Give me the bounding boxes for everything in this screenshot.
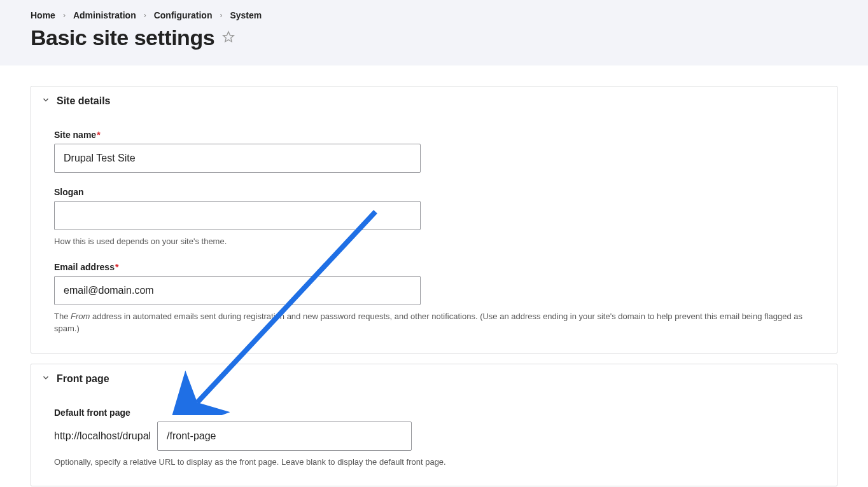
email-description: The From address in automated emails sen…: [54, 310, 814, 335]
breadcrumb-administration[interactable]: Administration: [73, 10, 136, 20]
panel-front-page: Front page Default front page http://loc…: [31, 364, 837, 487]
front-page-url-prefix: http://localhost/drupal: [54, 430, 151, 442]
panel-title: Front page: [57, 373, 109, 385]
required-mark: *: [97, 130, 100, 140]
panel-heading-front-page[interactable]: Front page: [31, 364, 837, 390]
site-name-label: Site name*: [54, 130, 814, 140]
breadcrumb-configuration[interactable]: Configuration: [154, 10, 213, 20]
panel-heading-site-details[interactable]: Site details: [31, 86, 837, 112]
slogan-input[interactable]: [54, 201, 421, 230]
slogan-description: How this is used depends on your site's …: [54, 235, 814, 248]
chevron-right-icon: ›: [63, 11, 66, 20]
email-label: Email address*: [54, 262, 814, 272]
page-title: Basic site settings: [31, 25, 214, 50]
default-front-page-label: Default front page: [54, 408, 814, 418]
chevron-down-icon: [41, 95, 50, 107]
front-page-description: Optionally, specify a relative URL to di…: [54, 456, 814, 469]
slogan-label: Slogan: [54, 187, 814, 197]
default-front-page-input[interactable]: [157, 422, 412, 451]
svg-marker-0: [223, 32, 234, 42]
site-name-input[interactable]: [54, 144, 421, 173]
star-icon[interactable]: [222, 31, 235, 45]
breadcrumb: Home › Administration › Configuration › …: [31, 10, 837, 20]
panel-site-details: Site details Site name* Slogan How this …: [31, 86, 837, 353]
breadcrumb-system[interactable]: System: [230, 10, 262, 20]
chevron-down-icon: [41, 373, 50, 385]
breadcrumb-home[interactable]: Home: [31, 10, 55, 20]
email-input[interactable]: [54, 276, 421, 305]
chevron-right-icon: ›: [144, 11, 146, 20]
chevron-right-icon: ›: [220, 11, 222, 20]
panel-title: Site details: [57, 95, 110, 107]
required-mark: *: [115, 262, 118, 272]
